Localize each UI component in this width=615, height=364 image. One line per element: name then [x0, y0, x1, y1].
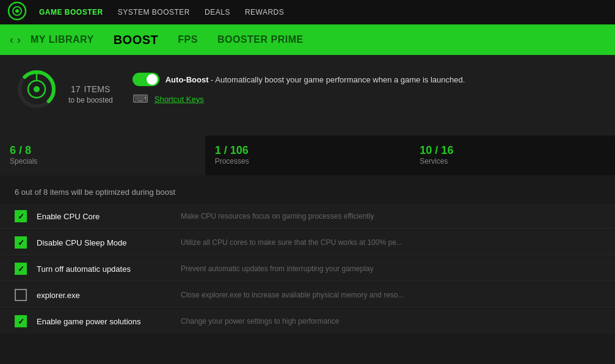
items-number: 17ITEMS — [68, 74, 113, 96]
checkmark: ✓ — [18, 238, 24, 247]
gauge-container: 17ITEMS to be boosted — [15, 67, 113, 111]
processes-count: 1 / 106 — [215, 144, 401, 157]
top-nav-items: GAME BOOSTER SYSTEM BOOSTER DEALS REWARD… — [39, 8, 284, 16]
list-item: ✓ Disable CPU Sleep Mode Utilize all CPU… — [0, 230, 615, 255]
checkmark: ✓ — [18, 212, 24, 221]
items-label: to be boosted — [68, 96, 113, 104]
items-count: 17ITEMS to be boosted — [68, 74, 113, 104]
toggle-knob — [147, 74, 158, 85]
tab-boost[interactable]: BOOST — [114, 33, 159, 47]
top-nav: GAME BOOSTER SYSTEM BOOSTER DEALS REWARD… — [0, 0, 615, 24]
performance-gauge — [15, 67, 59, 111]
tabs-section: 6 / 8 Specials 1 / 106 Processes 10 / 16… — [0, 136, 615, 175]
checkmark: ✓ — [18, 264, 24, 274]
checkbox-power-solutions[interactable]: ✓ — [15, 315, 27, 327]
specials-label: Specials — [10, 157, 195, 166]
tab-booster-prime[interactable]: BOOSTER PRIME — [217, 34, 304, 45]
item-desc: Prevent automatic updates from interrupt… — [181, 264, 600, 273]
auto-boost-section: Auto-Boost - Automatically boost your ga… — [133, 73, 465, 106]
content-section: 6 out of 8 items will be optimized durin… — [0, 175, 615, 342]
auto-boost-text: Auto-Boost - Automatically boost your ga… — [166, 75, 465, 84]
tab-specials[interactable]: 6 / 8 Specials — [0, 136, 205, 175]
tab-my-library[interactable]: MY LIBRARY — [31, 34, 94, 45]
item-name: Disable CPU Sleep Mode — [37, 238, 171, 247]
list-item: ✓ Enable CPU Core Make CPU resources foc… — [0, 204, 615, 229]
processes-label: Processes — [215, 157, 401, 166]
forward-arrow[interactable]: › — [17, 34, 21, 46]
keyboard-icon: ⌨ — [133, 92, 148, 106]
section-title: 6 out of 8 items will be optimized durin… — [0, 183, 615, 202]
checkbox-disable-cpu-sleep[interactable]: ✓ — [15, 236, 27, 249]
item-desc: Change your power settings to high perfo… — [181, 317, 600, 326]
item-name: explorer.exe — [37, 291, 171, 300]
main-content: 17ITEMS to be boosted Auto-Boost - Autom… — [0, 55, 615, 136]
services-label: Services — [420, 157, 605, 166]
shortcut-keys-link[interactable]: Shortcut Keys — [155, 95, 204, 104]
checkbox-auto-updates[interactable]: ✓ — [15, 263, 27, 275]
checkbox-explorer[interactable] — [15, 289, 27, 301]
svg-point-6 — [34, 86, 40, 92]
sub-nav: ‹ › MY LIBRARY BOOST FPS BOOSTER PRIME — [0, 24, 615, 55]
item-name: Enable game power solutions — [37, 317, 171, 326]
shortcut-row: ⌨ Shortcut Keys — [133, 92, 465, 106]
tab-services[interactable]: 10 / 16 Services — [410, 136, 615, 175]
nav-game-booster[interactable]: GAME BOOSTER — [39, 8, 103, 16]
svg-point-2 — [15, 9, 19, 13]
checkmark: ✓ — [18, 317, 24, 326]
nav-system-booster[interactable]: SYSTEM BOOSTER — [118, 8, 190, 16]
tab-processes[interactable]: 1 / 106 Processes — [205, 136, 410, 175]
app-logo — [7, 1, 27, 23]
stats-bar: 17ITEMS to be boosted Auto-Boost - Autom… — [15, 67, 600, 111]
list-item: ✓ Turn off automatic updates Prevent aut… — [0, 257, 615, 282]
tab-fps[interactable]: FPS — [178, 34, 198, 45]
list-item: ✓ Enable game power solutions Change you… — [0, 309, 615, 333]
sub-nav-tabs: MY LIBRARY BOOST FPS BOOSTER PRIME — [31, 33, 304, 47]
nav-rewards[interactable]: REWARDS — [245, 8, 284, 16]
list-item: explorer.exe Close explorer.exe to incre… — [0, 283, 615, 308]
auto-boost-row: Auto-Boost - Automatically boost your ga… — [133, 73, 465, 86]
nav-arrows: ‹ › — [10, 34, 21, 46]
nav-deals[interactable]: DEALS — [205, 8, 230, 16]
item-desc: Close explorer.exe to increase available… — [181, 291, 600, 299]
checkbox-enable-cpu-core[interactable]: ✓ — [15, 210, 27, 222]
item-desc: Make CPU resources focus on gaming proce… — [181, 212, 600, 220]
item-name: Turn off automatic updates — [37, 264, 171, 274]
specials-count: 6 / 8 — [10, 144, 195, 157]
back-arrow[interactable]: ‹ — [10, 34, 13, 46]
services-count: 10 / 16 — [420, 144, 605, 157]
item-desc: Utilize all CPU cores to make sure that … — [181, 238, 600, 247]
item-name: Enable CPU Core — [37, 212, 171, 221]
auto-boost-toggle[interactable] — [133, 73, 159, 86]
